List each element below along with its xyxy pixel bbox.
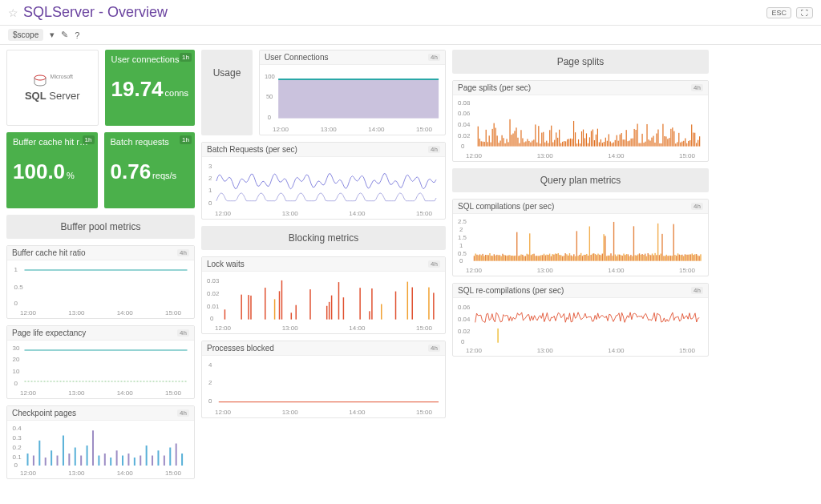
svg-rect-375 — [673, 224, 673, 261]
svg-rect-130 — [543, 132, 544, 147]
svg-text:1.5: 1.5 — [458, 234, 467, 241]
card-buffer-ratio[interactable]: Buffer cache hit ratio4h 10.50 12:0013:0… — [6, 245, 195, 319]
edit-icon[interactable]: ✎ — [61, 30, 68, 40]
svg-rect-20 — [51, 450, 52, 466]
page-life-chart: 3020100 — [12, 344, 189, 388]
svg-rect-296 — [560, 255, 561, 260]
card-batch-requests[interactable]: Batch Requests (per sec)4h 3210 12:0013:… — [201, 142, 446, 220]
svg-rect-219 — [685, 138, 686, 146]
card-sql-compilations[interactable]: SQL compilations (per sec)4h 2.521.510.5… — [452, 199, 709, 276]
svg-rect-214 — [677, 142, 677, 146]
tile-value: 0.76 — [111, 159, 152, 183]
svg-rect-393 — [698, 256, 699, 260]
svg-rect-383 — [685, 254, 686, 260]
svg-rect-270 — [524, 256, 524, 261]
svg-rect-138 — [556, 132, 556, 146]
svg-rect-300 — [566, 254, 567, 260]
svg-text:2: 2 — [208, 175, 212, 182]
star-icon[interactable]: ☆ — [8, 6, 18, 19]
svg-rect-195 — [646, 124, 647, 147]
svg-rect-135 — [551, 126, 552, 147]
card-title: Batch Requests (per sec) — [207, 145, 297, 154]
card-sql-recompilations[interactable]: SQL re-compilations (per sec)4h 0.060.04… — [452, 283, 709, 357]
svg-rect-236 — [475, 253, 476, 260]
card-title: SQL compilations (per sec) — [458, 202, 554, 211]
svg-rect-28 — [98, 456, 99, 466]
card-page-splits[interactable]: Page splits (per sec)4h 0.080.060.040.02… — [452, 80, 709, 162]
card-page-life[interactable]: Page life expectancy4h 3020100 12:0013:0… — [6, 325, 195, 399]
svg-rect-315 — [588, 256, 588, 261]
svg-rect-42 — [181, 454, 183, 466]
svg-rect-257 — [505, 256, 506, 261]
dropdown-icon[interactable]: ▾ — [50, 30, 55, 40]
svg-rect-56 — [241, 295, 241, 320]
svg-rect-359 — [650, 255, 651, 260]
svg-text:0.06: 0.06 — [458, 304, 471, 311]
svg-rect-120 — [527, 139, 528, 146]
card-title: Page life expectancy — [12, 329, 86, 337]
svg-rect-177 — [618, 141, 619, 147]
svg-rect-254 — [501, 256, 502, 261]
svg-rect-389 — [693, 255, 694, 261]
svg-rect-40 — [169, 448, 171, 466]
svg-rect-125 — [535, 124, 536, 146]
esc-key[interactable]: ESC — [766, 7, 791, 18]
buffer-cache-tile[interactable]: Buffer cache hit r… 1h 100.0% — [6, 132, 98, 208]
svg-rect-367 — [661, 234, 662, 261]
svg-rect-91 — [481, 141, 482, 146]
svg-rect-122 — [530, 143, 531, 147]
svg-rect-327 — [605, 236, 605, 260]
svg-rect-70 — [343, 297, 344, 319]
svg-rect-384 — [686, 255, 686, 261]
svg-rect-340 — [623, 253, 624, 260]
svg-rect-110 — [511, 135, 512, 147]
card-checkpoint[interactable]: Checkpoint pages4h 0.40.30.20.10 12:0013… — [6, 405, 195, 479]
svg-rect-106 — [504, 143, 505, 147]
svg-rect-223 — [691, 124, 692, 146]
card-processes-blocked[interactable]: Processes blocked4h 420 12:0013:0014:001… — [201, 341, 446, 418]
svg-rect-343 — [628, 254, 629, 260]
svg-rect-144 — [565, 141, 566, 146]
svg-rect-94 — [486, 130, 487, 147]
svg-rect-62 — [281, 280, 282, 320]
tile-label: Buffer cache hit r… — [13, 137, 91, 147]
svg-rect-275 — [531, 255, 532, 260]
card-user-connections[interactable]: User Connections4h 100500 12:0013:0014:0… — [259, 50, 446, 135]
svg-rect-284 — [544, 254, 544, 261]
svg-point-0 — [34, 75, 46, 80]
svg-text:0.02: 0.02 — [458, 132, 470, 139]
user-connections-tile[interactable]: User connections 1h 19.74conns — [105, 50, 196, 126]
svg-rect-265 — [516, 232, 517, 261]
svg-text:0.5: 0.5 — [14, 284, 24, 291]
svg-rect-218 — [683, 141, 684, 147]
scope-selector[interactable]: $scope — [8, 29, 43, 41]
svg-rect-142 — [562, 142, 563, 147]
svg-rect-158 — [588, 143, 588, 147]
svg-rect-318 — [592, 254, 592, 261]
svg-rect-314 — [586, 254, 587, 261]
svg-rect-316 — [589, 226, 590, 260]
svg-rect-63 — [291, 312, 292, 319]
help-icon[interactable]: ? — [75, 30, 79, 40]
card-timerange: 4h — [177, 409, 189, 417]
svg-rect-205 — [662, 124, 663, 147]
xaxis: 12:0013:0014:0015:00 — [458, 267, 703, 274]
svg-text:50: 50 — [266, 93, 273, 100]
card-title: Page splits (per sec) — [458, 83, 531, 92]
card-title: User Connections — [265, 53, 328, 62]
svg-rect-369 — [665, 256, 665, 260]
svg-rect-23 — [68, 454, 70, 466]
svg-rect-117 — [522, 138, 523, 146]
card-lock-waits[interactable]: Lock waits4h 0.030.020.010 12:0013:0014:… — [201, 256, 446, 334]
svg-rect-242 — [483, 256, 484, 260]
xaxis: 12:0013:0014:0015:00 — [207, 325, 440, 332]
svg-rect-276 — [532, 254, 533, 261]
batch-requests-tile[interactable]: Batch requests 1h 0.76reqs/s — [104, 132, 196, 208]
svg-rect-326 — [603, 234, 604, 260]
fullscreen-icon[interactable]: ⛶ — [796, 7, 813, 18]
svg-rect-152 — [578, 139, 579, 147]
svg-rect-358 — [649, 255, 649, 261]
svg-rect-258 — [507, 256, 508, 261]
svg-rect-123 — [532, 141, 532, 147]
svg-text:2.5: 2.5 — [458, 218, 467, 225]
